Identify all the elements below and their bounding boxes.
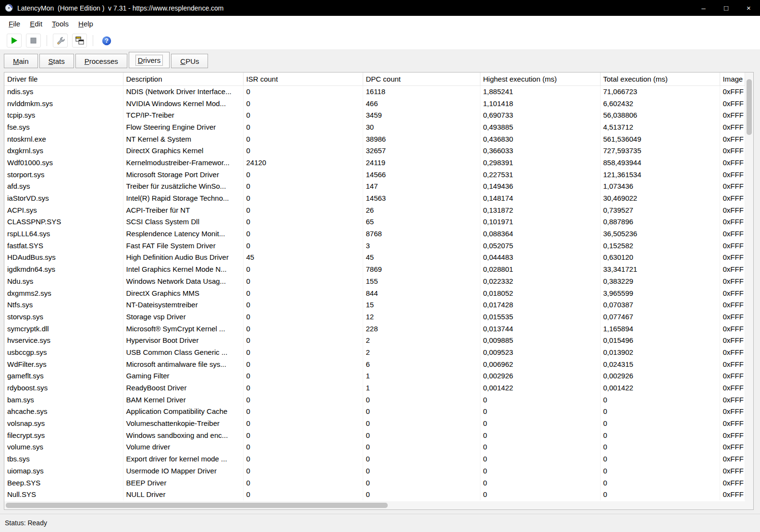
table-row[interactable]: HDAudBus.sysHigh Definition Audio Bus Dr… — [4, 252, 745, 264]
table-cell: 0,131872 — [480, 204, 600, 216]
table-cell: 0,044483 — [480, 252, 600, 264]
column-header-isr-count[interactable]: ISR count — [243, 73, 363, 85]
stop-icon — [30, 37, 37, 44]
table-row[interactable]: volsnap.sysVolumeschattenkopie-Treiber00… — [4, 417, 745, 429]
table-cell: TCP/IP-Treiber — [123, 109, 243, 121]
table-row[interactable]: igdkmdn64.sysIntel Graphics Kernel Mode … — [4, 263, 745, 275]
tab-stats[interactable]: Stats — [39, 54, 74, 68]
horizontal-scrollbar-thumb[interactable] — [6, 503, 388, 508]
table-row[interactable]: Ntfs.sysNT-Dateisystemtreiber0150,017428… — [4, 299, 745, 311]
table-cell: 0xFFF — [720, 97, 745, 109]
help-button[interactable]: ? — [99, 34, 114, 48]
window-controls: – □ × — [692, 0, 760, 16]
tab-main[interactable]: Main — [4, 54, 38, 68]
table-row[interactable]: dxgmms2.sysDirectX Graphics MMS08440,018… — [4, 287, 745, 299]
table-row[interactable]: uiomap.sysUsermode IO Mapper Driver00000… — [4, 465, 745, 477]
table-cell: storport.sys — [4, 169, 123, 181]
minimize-button[interactable]: – — [692, 0, 715, 16]
table-cell: 0 — [480, 406, 600, 418]
table-row[interactable]: Wdf01000.sysKernelmodustreiber-Framewor.… — [4, 157, 745, 169]
toolbar: ? — [0, 32, 760, 50]
table-cell: 0,013902 — [600, 346, 720, 358]
tab-drivers[interactable]: Drivers — [129, 52, 170, 68]
table-cell: 1 — [363, 382, 480, 394]
table-row[interactable]: WdFilter.sysMicrosoft antimalware file s… — [4, 358, 745, 370]
table-row[interactable]: ahcache.sysApplication Compatibility Cac… — [4, 406, 745, 418]
table-cell: gameflt.sys — [4, 370, 123, 382]
table-row[interactable]: storport.sysMicrosoft Storage Port Drive… — [4, 169, 745, 181]
table-row[interactable]: tbs.sysExport driver for kernel mode ...… — [4, 453, 745, 465]
start-monitor-button[interactable] — [7, 34, 22, 48]
table-row[interactable]: filecrypt.sysWindows sandboxing and enc.… — [4, 429, 745, 441]
table-cell: 0,088364 — [480, 228, 600, 240]
table-cell: 24119 — [363, 157, 480, 169]
maximize-button[interactable]: □ — [715, 0, 737, 16]
table-row[interactable]: fse.sysFlow Steering Engine Driver0300,4… — [4, 121, 745, 133]
table-row[interactable]: ACPI.sysACPI-Treiber für NT0260,1318720,… — [4, 204, 745, 216]
table-cell: 0,887896 — [600, 216, 720, 228]
table-row[interactable]: rdyboost.sysReadyBoost Driver010,0014220… — [4, 382, 745, 394]
table-cell: 1 — [363, 370, 480, 382]
column-header-driver-file[interactable]: Driver file — [4, 73, 123, 85]
stop-monitor-button[interactable] — [26, 34, 41, 48]
table-cell: 0,015496 — [600, 334, 720, 346]
vertical-scrollbar[interactable] — [745, 73, 753, 501]
table-row[interactable]: symcryptk.dllMicrosoft® SymCrypt Kernel … — [4, 323, 745, 335]
table-cell: 0 — [243, 85, 363, 97]
column-header-dpc-count[interactable]: DPC count — [363, 73, 480, 85]
table-cell: USB Common Class Generic ... — [123, 346, 243, 358]
table-row[interactable]: Null.SYSNULL Driver00000xFFF — [4, 488, 745, 500]
horizontal-scrollbar[interactable] — [4, 501, 745, 509]
table-cell: Null.SYS — [4, 488, 123, 500]
menu-item-help[interactable]: Help — [74, 17, 98, 30]
tab-processes[interactable]: Processes — [75, 54, 127, 68]
table-row[interactable]: tcpip.sysTCP/IP-Treiber034590,69073356,0… — [4, 109, 745, 121]
table-cell: 0 — [600, 453, 720, 465]
table-row[interactable]: iaStorVD.sysIntel(R) Rapid Storage Techn… — [4, 192, 745, 204]
table-cell: 228 — [363, 323, 480, 335]
tab-label: CPUs — [178, 56, 201, 67]
table-cell: 0,002926 — [480, 370, 600, 382]
table-row[interactable]: volume.sysVolume driver00000xFFF — [4, 441, 745, 453]
table-row[interactable]: dxgkrnl.sysDirectX Graphics Kernel032657… — [4, 145, 745, 157]
options-button[interactable] — [53, 34, 68, 48]
table-cell: 0,022332 — [480, 275, 600, 287]
table-row[interactable]: ntoskrnl.exeNT Kernel & System0389860,43… — [4, 133, 745, 145]
table-row[interactable]: Ndu.sysWindows Network Data Usag...01550… — [4, 275, 745, 287]
table-cell: Flow Steering Engine Driver — [123, 121, 243, 133]
table-cell: 0xFFF — [720, 406, 745, 418]
latencymon-window: LatencyMon (Home Edition ) v 7.31 - http… — [0, 0, 760, 532]
table-row[interactable]: gameflt.sysGaming Filter010,0029260,0029… — [4, 370, 745, 382]
table-row[interactable]: storvsp.sysStorage vsp Driver0120,015535… — [4, 311, 745, 323]
table-row[interactable]: bam.sysBAM Kernel Driver00000xFFF — [4, 394, 745, 406]
table-cell: 0xFFF — [720, 181, 745, 193]
table-row[interactable]: afd.sysTreiber für zusätzliche WinSo...0… — [4, 181, 745, 193]
table-row[interactable]: hvservice.sysHypervisor Boot Driver020,0… — [4, 334, 745, 346]
table-cell: Microsoft Storage Port Driver — [123, 169, 243, 181]
table-row[interactable]: ndis.sysNDIS (Network Driver Interface..… — [4, 85, 745, 97]
table-cell: 1,885241 — [480, 85, 600, 97]
close-button[interactable]: × — [737, 0, 760, 16]
column-header-highest-execution-ms-[interactable]: Highest execution (ms) — [480, 73, 600, 85]
table-cell: 26 — [363, 204, 480, 216]
table-row[interactable]: Beep.SYSBEEP Driver00000xFFF — [4, 477, 745, 489]
table-cell: 6 — [363, 358, 480, 370]
table-row[interactable]: CLASSPNP.SYSSCSI Class System Dll0650,10… — [4, 216, 745, 228]
menu-item-edit[interactable]: Edit — [25, 17, 47, 30]
table-cell: ACPI.sys — [4, 204, 123, 216]
tab-cpus[interactable]: CPUs — [171, 54, 208, 68]
menu-item-tools[interactable]: Tools — [47, 17, 74, 30]
menu-item-file[interactable]: File — [4, 17, 25, 30]
table-row[interactable]: fastfat.SYSFast FAT File System Driver03… — [4, 240, 745, 252]
column-header-image[interactable]: Image — [720, 73, 745, 85]
vertical-scrollbar-thumb[interactable] — [747, 79, 752, 135]
table-cell: igdkmdn64.sys — [4, 263, 123, 275]
table-row[interactable]: nvlddmkm.sysNVIDIA Windows Kernel Mod...… — [4, 97, 745, 109]
copy-report-button[interactable] — [72, 34, 87, 48]
column-header-description[interactable]: Description — [123, 73, 243, 85]
table-row[interactable]: rspLLL64.sysResplendence Latency Monit..… — [4, 228, 745, 240]
column-header-total-execution-ms-[interactable]: Total execution (ms) — [600, 73, 720, 85]
table-cell: Storage vsp Driver — [123, 311, 243, 323]
table-cell: 0 — [243, 204, 363, 216]
table-row[interactable]: usbccgp.sysUSB Common Class Generic ...0… — [4, 346, 745, 358]
